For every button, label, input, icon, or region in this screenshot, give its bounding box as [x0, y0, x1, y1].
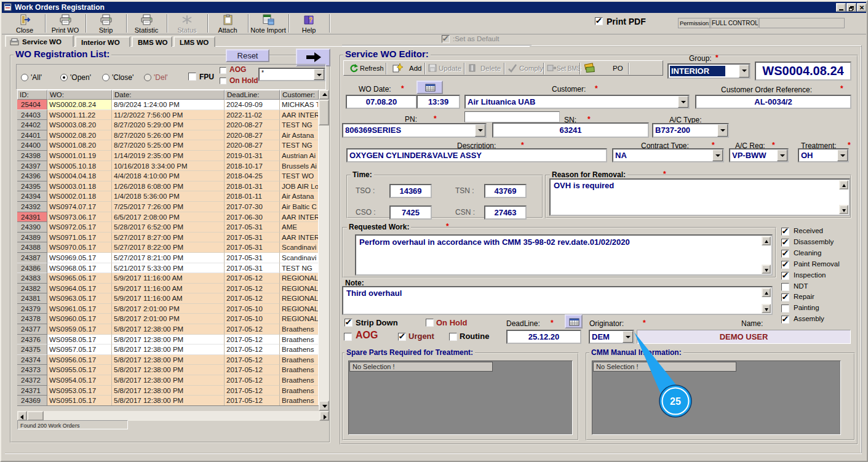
aog-checkbox[interactable] [344, 333, 352, 341]
table-row[interactable]: 24403WS0001.11.2211/2/2022 7:56:00 PM202… [17, 110, 319, 121]
stage-checkbox-received[interactable] [781, 228, 789, 236]
radio-all[interactable] [21, 74, 28, 81]
table-row[interactable]: 24381WS0963.05.175/9/2017 11:16:00 AM201… [17, 293, 319, 304]
tsn-field[interactable]: 43769 [484, 184, 527, 198]
maximize-button[interactable] [846, 3, 856, 12]
statistic-button[interactable]: Statistic [127, 14, 166, 34]
table-row[interactable]: 24402WS0003.08.208/27/2020 5:29:00 PM202… [17, 120, 319, 130]
wo-date-calendar-button[interactable] [416, 81, 443, 94]
minimize-button[interactable] [836, 3, 846, 12]
ac-reg-combo-arrow[interactable] [777, 149, 787, 161]
note-scroll-down[interactable] [762, 304, 771, 313]
contract-type-combo[interactable]: NA [612, 148, 724, 162]
reset-button[interactable]: Reset [226, 49, 269, 62]
description-field[interactable]: OXYGEN CYLINDER&VALVE ASSY [346, 148, 607, 162]
col-id[interactable]: ID: [17, 90, 47, 100]
strip-down-checkbox[interactable] [344, 319, 352, 327]
radio-open[interactable] [60, 74, 68, 81]
requested-work-scroll-down[interactable] [762, 265, 771, 274]
csn-field[interactable]: 27463 [484, 205, 527, 220]
scroll-right-button[interactable] [319, 411, 329, 421]
pn-combo[interactable]: 806369SERIES [342, 123, 487, 138]
stage-checkbox-inspection[interactable] [781, 272, 789, 280]
table-row[interactable]: 24396WS0004.04.184/4/2018 4:10:00 PM2018… [17, 171, 319, 181]
fpu-checkbox[interactable] [188, 73, 196, 81]
print-wo-button[interactable]: Print WO [46, 14, 85, 34]
tab-lms-wo[interactable]: LMS WO [173, 36, 215, 47]
table-row[interactable]: 24372WS0954.05.175/8/2017 12:38:00 PM201… [17, 375, 319, 386]
urgent-checkbox[interactable] [398, 333, 406, 341]
table-row[interactable]: 24389WS0971.05.175/27/2017 8:27:00 PM201… [17, 233, 319, 243]
sn-field[interactable]: 63241 [492, 122, 649, 138]
treatment-combo-arrow[interactable] [837, 149, 848, 161]
customer-combo-arrow[interactable] [678, 96, 688, 108]
h-scroll-thumb[interactable] [27, 411, 44, 421]
scroll-up-button[interactable] [319, 90, 329, 100]
close-window-button[interactable]: ✕ [857, 3, 867, 12]
col-customer[interactable]: Customer: [280, 90, 319, 100]
h-scrollbar[interactable] [17, 411, 329, 421]
stage-checkbox-disassembly[interactable] [781, 239, 789, 247]
group-combo-arrow[interactable] [739, 65, 749, 78]
customer-order-ref-field[interactable]: AL-0034/2 [695, 95, 851, 109]
requested-work-textarea[interactable]: Perform overhaul in accordance with CMM … [355, 234, 773, 276]
stage-checkbox-assembly[interactable] [781, 316, 789, 324]
table-row[interactable]: 24369WS0951.05.175/8/2017 12:38:00 PM201… [17, 396, 319, 406]
table-row[interactable]: 24374WS0956.05.175/8/2017 12:38:00 PM201… [17, 355, 319, 365]
table-row[interactable]: 24383WS0965.05.175/9/2017 11:16:00 AM201… [17, 273, 319, 284]
requested-work-scroll-up[interactable] [762, 236, 771, 245]
table-row[interactable]: 24391WS0973.06.176/5/2017 2:08:00 PM2017… [17, 212, 319, 223]
tab-interior-wo[interactable]: Interior WO [75, 36, 130, 47]
table-row[interactable]: 25404WS0002.08.248/9/2024 1:24:00 PM2024… [17, 100, 319, 110]
close-button[interactable]: Close [5, 14, 44, 34]
stage-checkbox-paint-removal[interactable] [781, 261, 789, 269]
treatment-combo[interactable]: OH [798, 148, 849, 162]
reason-scroll-up[interactable] [839, 180, 848, 189]
add-button[interactable]: Add [409, 65, 421, 72]
wo-filter-combo[interactable]: * [258, 68, 325, 81]
contract-type-combo-arrow[interactable] [712, 149, 723, 161]
table-row[interactable]: 24377WS0959.05.175/8/2017 12:38:00 PM201… [17, 324, 319, 335]
stage-checkbox-repair[interactable] [781, 293, 789, 301]
table-row[interactable]: 24375WS0957.05.175/8/2017 12:38:00 PM201… [17, 345, 319, 355]
v-scrollbar[interactable] [319, 90, 329, 411]
stage-checkbox-painting[interactable] [781, 305, 789, 313]
ac-reg-combo[interactable]: VP-BWW [729, 148, 789, 162]
routine-checkbox[interactable] [449, 333, 457, 341]
spare-parts-header[interactable]: No Selection ! [349, 362, 493, 372]
ac-type-combo[interactable]: B737-200 [652, 123, 729, 138]
group-combo[interactable]: INTERIOR [667, 63, 751, 79]
wo-time-field[interactable]: 13:39 [416, 95, 460, 109]
reason-textarea[interactable]: OVH is required [549, 178, 850, 216]
po-button[interactable]: PO [613, 65, 623, 72]
customer-combo[interactable]: Air Lituanica UAB [464, 95, 690, 109]
note-scroll-up[interactable] [762, 288, 771, 297]
cso-field[interactable]: 7425 [389, 205, 432, 220]
table-row[interactable]: 24401WS0002.08.208/27/2020 5:26:00 PM202… [17, 130, 319, 141]
table-row[interactable]: 24371WS0953.05.175/8/2017 12:38:00 PM201… [17, 386, 319, 396]
col-wo[interactable]: WO: [47, 90, 112, 100]
deadline-field[interactable]: 25.12.20 [506, 330, 581, 344]
ac-type-combo-arrow[interactable] [717, 124, 728, 137]
table-row[interactable]: 24395WS0003.01.181/26/2018 6:08:00 PM201… [17, 181, 319, 192]
table-row[interactable]: 24382WS0964.05.175/9/2017 11:16:00 AM201… [17, 284, 319, 294]
tso-field[interactable]: 14369 [389, 184, 432, 198]
aog-filter-checkbox[interactable] [220, 67, 226, 74]
table-row[interactable]: 24400WS0001.08.208/27/2020 5:25:00 PM202… [17, 140, 319, 151]
tab-service-wo[interactable]: Service WO [5, 35, 74, 47]
reason-scroll-down[interactable] [839, 205, 848, 214]
stage-checkbox-ndt[interactable] [781, 283, 789, 291]
radio-close[interactable] [102, 74, 109, 81]
table-row[interactable]: 24388WS0970.05.175/27/2017 8:22:00 PM201… [17, 242, 319, 253]
print-pdf-checkbox[interactable] [595, 17, 603, 25]
table-row[interactable]: 24378WS0960.05.175/8/2017 2:01:00 PM2017… [17, 314, 319, 324]
help-button[interactable]: ? Help [289, 14, 328, 34]
col-deadline[interactable]: DeadLine: [225, 90, 280, 100]
table-row[interactable]: 24373WS0955.05.175/8/2017 12:38:00 PM201… [17, 365, 319, 375]
v-scroll-thumb[interactable] [319, 100, 329, 125]
scroll-down-button[interactable] [319, 400, 329, 411]
refresh-button[interactable]: Refresh [360, 65, 384, 72]
table-row[interactable]: 24397WS0005.10.1810/16/2018 3:34:00 PM20… [17, 161, 319, 172]
table-row[interactable]: 24390WS0972.05.175/28/2017 6:52:00 PM201… [17, 222, 319, 233]
combo-arrow-icon[interactable] [314, 69, 324, 80]
